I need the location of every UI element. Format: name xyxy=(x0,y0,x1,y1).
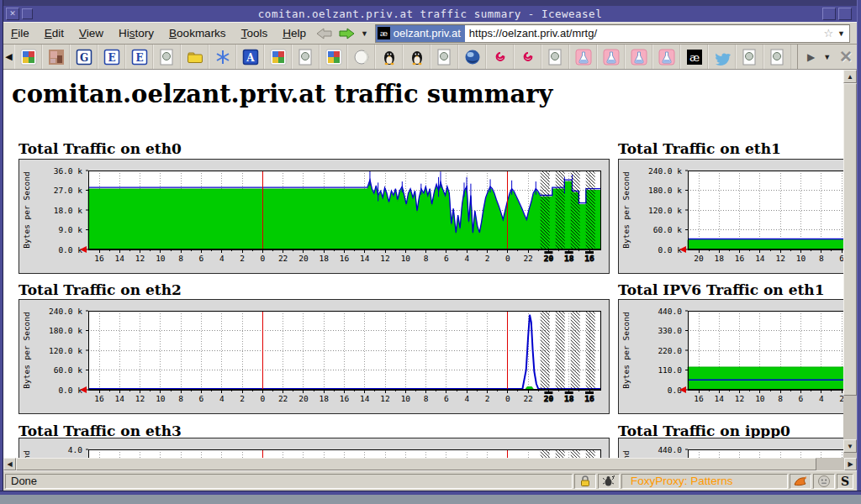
bookmark-flask-icon[interactable] xyxy=(597,45,625,69)
svg-text:Bytes per Second: Bytes per Second xyxy=(22,450,31,458)
bookmarks-scroll-left-icon[interactable]: ◀ xyxy=(3,45,14,69)
bookmark-flask-icon[interactable] xyxy=(625,45,652,69)
bookmark-tux-icon[interactable] xyxy=(375,45,403,69)
menu-bookmarks[interactable]: Bookmarks xyxy=(161,24,234,42)
lock-icon[interactable] xyxy=(574,474,596,489)
section-heading-ipv6-eth1: Total IPV6 Traffic on eth1 xyxy=(618,281,825,298)
bookmark-star-icon[interactable]: ☆ xyxy=(821,27,836,39)
bookmark-globe-icon[interactable] xyxy=(458,45,486,69)
menu-view[interactable]: View xyxy=(71,24,111,42)
svg-text:Bytes per Second: Bytes per Second xyxy=(621,171,631,249)
back-button[interactable] xyxy=(315,27,334,40)
foxyproxy-fox-icon[interactable] xyxy=(790,474,811,489)
svg-text:16: 16 xyxy=(340,254,350,263)
svg-text:60.0 k: 60.0 k xyxy=(54,365,83,375)
section-heading-ippp0: Total Traffic on ippp0 xyxy=(618,423,790,439)
bookmarks-dropdown-icon[interactable]: ▼ xyxy=(823,53,831,61)
svg-text:18: 18 xyxy=(319,394,329,403)
bookmark-page-icon[interactable] xyxy=(736,45,763,69)
page-title: comitan.oelzant.priv.at traffic summary xyxy=(12,80,552,108)
scroll-up-icon[interactable]: ▲ xyxy=(843,70,857,83)
bookmark-moon-icon[interactable] xyxy=(347,45,375,69)
toolbar-close-icon[interactable]: ✕ xyxy=(839,47,853,66)
svg-text:12: 12 xyxy=(775,254,784,263)
svg-text:440.0: 440.0 xyxy=(658,307,682,316)
bookmark-page-icon[interactable] xyxy=(153,45,181,69)
bookmark-photo-icon[interactable] xyxy=(42,45,70,69)
url-bar[interactable]: æ oelzant.priv.at https://oelzant.priv.a… xyxy=(375,24,850,43)
svg-text:6: 6 xyxy=(199,394,204,403)
bookmark-twitter-icon[interactable] xyxy=(708,45,736,69)
mrtg-graph-eth0[interactable]: 1614121086420222018161412108642022201816… xyxy=(18,159,610,274)
bookmark-page-icon[interactable] xyxy=(292,45,320,69)
bookmark-e-icon[interactable]: E xyxy=(125,45,153,69)
svg-text:8: 8 xyxy=(178,394,183,403)
svg-text:Bytes per Second: Bytes per Second xyxy=(621,312,631,389)
section-heading-eth3: Total Traffic on eth3 xyxy=(18,423,182,439)
menu-tools[interactable]: Tools xyxy=(234,24,276,42)
menu-edit[interactable]: Edit xyxy=(37,24,71,42)
bookmark-page-icon[interactable] xyxy=(763,45,791,69)
addon-face-icon[interactable] xyxy=(813,474,835,489)
bookmark-debian-icon[interactable] xyxy=(486,45,514,69)
site-identity-box[interactable]: æ oelzant.priv.at xyxy=(376,25,465,42)
titlebar[interactable]: ✕ comitan.oelzant.priv.at traffic summar… xyxy=(3,6,857,22)
bookmark-snowflake-icon[interactable] xyxy=(209,45,236,69)
horizontal-scrollbar-thumb[interactable] xyxy=(16,458,816,470)
vertical-scrollbar-thumb[interactable] xyxy=(843,83,857,396)
history-dropdown-icon[interactable]: ▼ xyxy=(361,29,368,38)
bookmark-g-icon[interactable]: G xyxy=(70,45,98,69)
svg-text:440.0: 440.0 xyxy=(658,445,682,454)
svg-text:22: 22 xyxy=(523,254,532,263)
svg-text:16: 16 xyxy=(94,394,104,403)
mrtg-graph-ippp0[interactable]: 2018161412108642022201816141210864202220… xyxy=(618,438,843,458)
svg-text:0: 0 xyxy=(260,254,265,263)
scroll-down-icon[interactable]: ▼ xyxy=(843,439,857,453)
bookmark-google-icon[interactable] xyxy=(264,45,292,69)
bookmark-page-icon[interactable] xyxy=(430,45,458,69)
noscript-icon[interactable]: S xyxy=(837,474,853,489)
svg-text:æ: æ xyxy=(689,51,699,64)
vertical-scrollbar[interactable]: ▲ ▼ xyxy=(843,70,857,458)
bookmark-folder-icon[interactable] xyxy=(181,45,209,69)
svg-text:18: 18 xyxy=(564,254,574,263)
forward-button[interactable] xyxy=(337,27,356,40)
svg-text:14: 14 xyxy=(715,394,725,403)
menu-history[interactable]: History xyxy=(111,24,161,42)
svg-text:16: 16 xyxy=(94,254,104,263)
forward-icon xyxy=(337,27,356,40)
window-title: comitan.oelzant.priv.at traffic summary … xyxy=(3,8,857,20)
bookmark-ae-icon[interactable]: æ xyxy=(680,45,708,69)
bookmark-google-icon[interactable] xyxy=(320,45,347,69)
mrtg-graph-eth2[interactable]: 1614121086420222018161412108642022201816… xyxy=(18,299,610,414)
bookmark-tux-icon[interactable] xyxy=(403,45,430,69)
bookmark-flask-icon[interactable] xyxy=(569,45,597,69)
bookmark-e-icon[interactable]: E xyxy=(98,45,125,69)
window-iconify-button[interactable] xyxy=(838,8,852,20)
bookmark-page-icon[interactable] xyxy=(541,45,569,69)
scroll-left-icon[interactable]: ◀ xyxy=(3,458,16,470)
scroll-right-icon[interactable]: ▶ xyxy=(844,458,857,470)
mrtg-graph-eth1[interactable]: 2018161412108642022201816141210864202220… xyxy=(618,159,843,274)
bug-icon[interactable] xyxy=(598,474,620,489)
svg-text:8: 8 xyxy=(778,394,783,403)
menu-file[interactable]: File xyxy=(3,24,37,42)
bookmark-google-icon[interactable] xyxy=(14,45,42,69)
horizontal-scrollbar[interactable]: ◀ ▶ xyxy=(3,458,857,470)
svg-text:22: 22 xyxy=(523,394,532,403)
bookmarks-overflow-icon[interactable]: ▶ xyxy=(807,51,815,63)
bookmark-a-icon[interactable]: A xyxy=(236,45,264,69)
mrtg-graph-ipv6-eth1[interactable]: 1614121086420222018161412108642022201816… xyxy=(618,299,843,414)
menu-help[interactable]: Help xyxy=(275,24,314,42)
bookmark-debian-icon[interactable] xyxy=(514,45,541,69)
window-shade-button[interactable] xyxy=(22,8,33,19)
svg-text:10: 10 xyxy=(796,254,806,263)
window-maximize-button[interactable] xyxy=(822,8,836,20)
window-menu-button[interactable]: ✕ xyxy=(6,8,19,20)
url-input[interactable]: https://oelzant.priv.at/mrtg/ xyxy=(465,27,821,39)
url-dropdown-icon[interactable]: ▼ xyxy=(836,29,849,38)
svg-text:14: 14 xyxy=(755,254,765,263)
mrtg-graph-eth3[interactable]: 1614121086420222018161412108642022201816… xyxy=(18,438,610,458)
bookmark-flask-icon[interactable] xyxy=(652,45,680,69)
foxyproxy-status[interactable]: FoxyProxy: Patterns xyxy=(621,474,788,489)
